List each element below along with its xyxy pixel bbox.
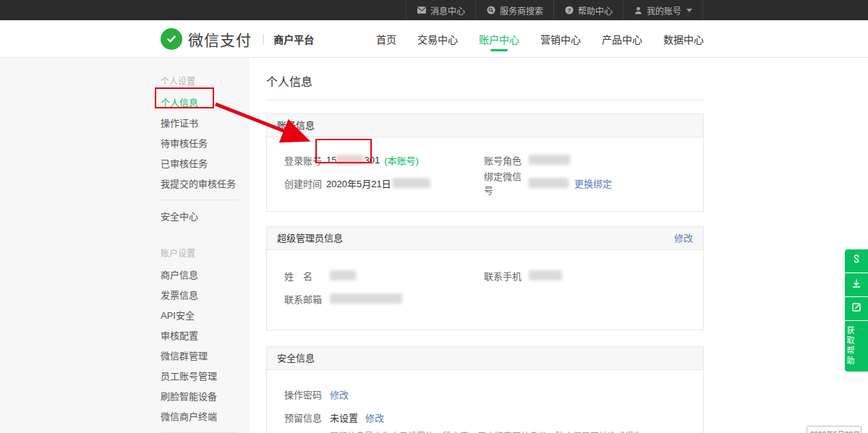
header: 微信支付 | 商户平台 首页 交易中心 账户中心 营销中心 产品中心 数据中心: [0, 20, 868, 58]
sidebar-item-review-config[interactable]: 审核配置: [161, 331, 250, 340]
sidebar-item-api-security[interactable]: API安全: [161, 311, 250, 320]
security-info-section: 安全信息 操作密码 修改 预留信息 未设置 修改 预留信息是由你自己设置的一段文…: [266, 346, 704, 433]
wechat-pay-logo-icon: [161, 28, 182, 50]
nav-home[interactable]: 首页: [376, 20, 396, 58]
created-time-redacted: [393, 178, 430, 188]
help-center-button[interactable]: ? 帮助中心: [554, 0, 624, 20]
nav-marketing-center[interactable]: 营销中心: [540, 20, 581, 58]
date-tooltip: 2020年5月22日: [807, 426, 861, 433]
service-search-label: 服务商搜索: [500, 4, 543, 17]
floating-help-widget: 获取帮助: [845, 249, 868, 372]
account-info-body: 登录账号 15 301 (本账号) 账号角色 创建时间 202: [267, 137, 703, 211]
admin-edit-link[interactable]: 修改: [674, 227, 693, 249]
brand-name: 微信支付: [188, 28, 252, 50]
operation-password-label: 操作密码: [284, 387, 330, 401]
sidebar-group-account-settings: 账户设置: [161, 246, 250, 259]
feedback-button[interactable]: [845, 297, 868, 320]
brand-separator: |: [262, 33, 265, 46]
admin-info-title: 超级管理员信息: [277, 227, 343, 249]
sidebar-item-personal-info[interactable]: 个人信息: [161, 98, 250, 108]
sidebar-item-reviewed-tasks[interactable]: 已审核任务: [161, 159, 250, 168]
sidebar-item-wechat-merchant-terminal[interactable]: 微信商户终端: [161, 412, 250, 421]
reserved-info-edit-link[interactable]: 修改: [365, 411, 384, 424]
created-time-value: 2020年5月21日: [326, 176, 430, 190]
brand-platform: 商户平台: [273, 32, 314, 46]
message-center-button[interactable]: 消息中心: [406, 0, 476, 20]
sidebar-group-personal-settings: 个人设置: [161, 74, 250, 87]
get-help-button[interactable]: 获取帮助: [845, 321, 868, 372]
mail-icon: [417, 6, 427, 14]
login-account-redacted: [336, 155, 364, 165]
download-button[interactable]: [845, 273, 868, 296]
admin-phone-col: 联系手机: [484, 266, 562, 285]
bound-wechat-label: 绑定微信号: [484, 169, 529, 197]
current-account-tag: (本账号): [384, 153, 419, 167]
account-info-title: 账号信息: [277, 114, 315, 137]
security-info-title: 安全信息: [277, 347, 315, 369]
account-role-label: 账号角色: [484, 153, 529, 167]
user-icon: [634, 6, 643, 15]
sidebar-item-wechat-group-management[interactable]: 微信群管理: [161, 351, 250, 361]
admin-phone-redacted: [529, 270, 562, 280]
my-account-menu[interactable]: 我的账号: [624, 0, 703, 20]
page-title: 个人信息: [266, 72, 704, 90]
caret-down-icon: [686, 9, 692, 12]
nav-data-center[interactable]: 数据中心: [663, 20, 704, 58]
login-account-value: 15 301 (本账号): [326, 153, 419, 167]
operation-password-edit-link[interactable]: 修改: [330, 387, 349, 401]
my-account-label: 我的账号: [647, 4, 681, 17]
admin-email-label: 联系邮箱: [284, 292, 330, 306]
sidebar-gap: [161, 232, 250, 246]
admin-email-redacted: [330, 293, 402, 304]
nav-account-center[interactable]: 账户中心: [479, 20, 519, 58]
svg-text:?: ?: [568, 7, 571, 14]
sidebar-item-pending-review-tasks[interactable]: 待审核任务: [161, 139, 250, 148]
topbar-items: 消息中心 服务商搜索 ? 帮助中心: [406, 0, 703, 20]
admin-email-row: 联系邮箱: [284, 289, 703, 308]
sidebar-item-operation-certificate[interactable]: 操作证书: [161, 119, 250, 128]
question-circle-icon: ?: [564, 5, 574, 15]
created-time-label: 创建时间: [284, 176, 326, 190]
sidebar-item-face-smart-device[interactable]: 刷脸智能设备: [161, 392, 250, 401]
admin-name-row: 姓 名 联系手机: [284, 266, 703, 285]
login-account-row: 登录账号 15 301 (本账号) 账号角色: [284, 150, 703, 169]
account-info-section: 账号信息 登录账号 15 301 (本账号) 账号角色: [266, 113, 704, 212]
operation-password-row: 操作密码 修改: [284, 385, 703, 403]
topbar: 消息中心 服务商搜索 ? 帮助中心: [0, 0, 868, 20]
admin-info-body: 姓 名 联系手机 联系邮箱: [267, 250, 703, 330]
sidebar-item-my-submitted-tasks[interactable]: 我提交的审核任务: [161, 179, 250, 189]
message-center-label: 消息中心: [430, 4, 465, 17]
help-center-label: 帮助中心: [578, 4, 613, 17]
sidebar-item-merchant-info[interactable]: 商户信息: [161, 270, 250, 280]
brand: 微信支付 | 商户平台: [161, 28, 314, 50]
quick-link-button[interactable]: [845, 249, 868, 273]
edit-icon: [851, 301, 862, 316]
rebind-wechat-link[interactable]: 更换绑定: [574, 176, 612, 190]
created-time-text: 2020年5月21日: [326, 176, 391, 190]
admin-info-header: 超级管理员信息 修改: [267, 227, 703, 250]
sidebar-divider: [161, 200, 239, 200]
sidebar-item-staff-account-management[interactable]: 员工账号管理: [161, 372, 250, 381]
admin-phone-label: 联系手机: [484, 269, 529, 283]
nav-transaction-center[interactable]: 交易中心: [417, 20, 458, 58]
admin-name-label: 姓 名: [284, 269, 330, 283]
reserved-info-value: 未设置: [330, 411, 358, 424]
service-search-button[interactable]: 服务商搜索: [476, 0, 554, 20]
page-body: 个人设置 个人信息 操作证书 待审核任务 已审核任务 我提交的审核任务 安全中心…: [0, 58, 868, 433]
account-role-col: 账号角色: [484, 150, 570, 169]
account-role-redacted: [529, 155, 570, 165]
sidebar-item-security-center[interactable]: 安全中心: [161, 212, 250, 221]
sidebar-item-invoice-info[interactable]: 发票信息: [161, 291, 250, 300]
account-info-header: 账号信息: [267, 114, 703, 137]
sidebar: 个人设置 个人信息 操作证书 待审核任务 已审核任务 我提交的审核任务 安全中心…: [0, 58, 250, 433]
main-content: 个人信息 账号信息 登录账号 15 301 (本账号) 账号角色: [266, 58, 704, 433]
nav-product-center[interactable]: 产品中心: [602, 20, 642, 58]
reserved-info-row: 预留信息 未设置 修改: [284, 408, 703, 426]
title-divider: [266, 100, 704, 100]
admin-info-section: 超级管理员信息 修改 姓 名 联系手机 联系邮箱: [266, 226, 704, 330]
login-account-prefix: 15: [326, 155, 336, 166]
login-account-label: 登录账号: [284, 153, 326, 167]
security-info-body: 操作密码 修改 预留信息 未设置 修改 预留信息是由你自己设置的一段文字，用来鉴…: [267, 370, 703, 433]
bound-wechat-redacted: [529, 178, 569, 188]
login-account-suffix: 301: [364, 155, 380, 166]
